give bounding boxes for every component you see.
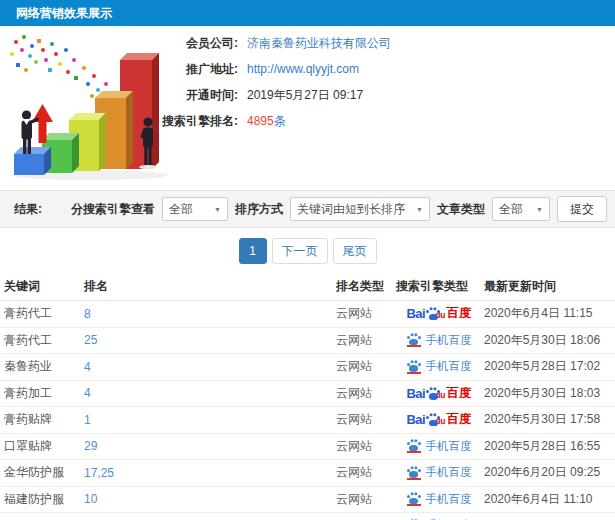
last-page-button[interactable]: 尾页 [333,238,377,264]
rank-type-cell: 云网站 [336,411,394,428]
sort-select[interactable]: 关键词由短到长排序 ▼ [290,197,430,221]
rank-type-cell: 云网站 [336,385,394,402]
article-type-select[interactable]: 全部 ▼ [492,197,550,221]
mobile-baidu-label: 手机百度 [426,333,472,348]
table-row: 秦鲁药业 4 云网站 Baidu百度 手机百度 2020年5月28日 17:02 [0,354,615,381]
mobile-baidu-paw-icon [407,492,421,506]
sort-label: 排序方式 [235,201,283,218]
company-name-link[interactable]: 济南秦鲁药业科技有限公司 [247,35,391,52]
engine-filter-select[interactable]: 全部 ▼ [162,197,228,221]
info-row-opened: 开通时间: 2019年5月27日 09:17 [152,82,612,108]
keyword-cell: 福建防护服 [0,491,84,508]
info-row-url: 推广地址: http://www.qlyyjt.com [152,56,612,82]
engine-rank-label: 搜索引擎排名: [152,113,238,130]
mobile-baidu-badge: 手机百度 [407,465,472,480]
rank-cell[interactable]: 10 [84,492,336,506]
rank-cell[interactable]: 25 [84,333,336,347]
rank-type-cell: 云网站 [336,358,394,375]
mobile-baidu-badge: 手机百度 [407,439,472,454]
table-row: 膏药代工 8 云网站 Baidu百度 手机百度 2020年6月4日 11:15 [0,301,615,328]
updated-cell: 2020年6月20日 09:25 [484,464,615,481]
engine-cell: Baidu百度 手机百度 [394,413,484,426]
baidu-cn-text: 百度 [447,307,472,320]
rank-cell[interactable]: 4 [84,386,336,400]
rank-type-cell: 云网站 [336,438,394,455]
baidu-logo-text: Bai [406,307,425,320]
article-type-value: 全部 [499,201,523,218]
mobile-baidu-paw-icon [407,466,421,480]
updated-cell: 2020年5月30日 18:06 [484,332,615,349]
open-time-label: 开通时间: [152,87,238,104]
company-label: 会员公司: [152,35,238,52]
info-row-company: 会员公司: 济南秦鲁药业科技有限公司 [152,30,612,56]
chevron-down-icon: ▼ [207,206,221,213]
baidu-cn-text: 百度 [447,387,472,400]
rank-cell[interactable]: 1 [84,413,336,427]
keyword-cell: 膏药加工 [0,385,84,402]
rank-cell[interactable]: 29 [84,439,336,453]
baidu-cn-text: 百度 [447,413,472,426]
mobile-baidu-paw-icon [407,439,421,453]
engine-view-label: 分搜索引擎查看 [71,201,155,218]
header-rank: 排名 [84,278,336,295]
updated-cell: 2020年6月4日 11:10 [484,491,615,508]
rank-cell[interactable]: 4 [84,360,336,374]
engine-cell: Baidu百度 手机百度 [394,465,484,480]
header-updated-time: 最新更新时间 [484,278,615,295]
growth-chart-illustration [2,32,170,182]
mobile-baidu-badge: 手机百度 [407,359,472,374]
mobile-baidu-paw-icon [407,360,421,374]
submit-button[interactable]: 提交 [557,196,607,222]
info-row-rank-count: 搜索引擎排名: 4895 条 [152,108,612,134]
open-time-value: 2019年5月27日 09:17 [247,87,363,104]
engine-rank-unit: 条 [274,113,286,130]
rank-cell[interactable]: 8 [84,307,336,321]
table-row: Baidu百度 手机百度 [0,513,615,520]
header-engine-type: 搜索引擎类型 [394,278,484,295]
mobile-baidu-badge: 手机百度 [407,492,472,507]
baidu-paw-icon [426,413,440,426]
updated-cell: 2020年5月28日 17:02 [484,358,615,375]
mobile-baidu-label: 手机百度 [426,465,472,480]
engine-filter-value: 全部 [169,201,193,218]
keyword-cell: 金华防护服 [0,464,84,481]
engine-cell: Baidu百度 手机百度 [394,359,484,374]
updated-cell: 2020年5月28日 16:55 [484,438,615,455]
baidu-logo: Baidu百度 [406,413,471,426]
article-type-label: 文章类型 [437,201,485,218]
baidu-logo-text: Bai [406,387,425,400]
mobile-baidu-label: 手机百度 [426,492,472,507]
confetti-dots [10,35,114,102]
rank-type-cell: 云网站 [336,464,394,481]
engine-rank-count: 4895 [247,114,274,128]
table-row: 福建防护服 10 云网站 Baidu百度 手机百度 2020年6月4日 11:1… [0,487,615,514]
keyword-cell: 膏药代工 [0,305,84,322]
table-header-row: 关键词 排名 排名类型 搜索引擎类型 最新更新时间 [0,272,615,301]
results-label: 结果: [14,201,42,218]
baidu-logo-text: Bai [406,413,425,426]
header-rank-type: 排名类型 [336,278,394,295]
engine-cell: Baidu百度 手机百度 [394,307,484,320]
table-body: 膏药代工 8 云网站 Baidu百度 手机百度 2020年6月4日 11:15 … [0,301,615,520]
filter-bar: 结果: 分搜索引擎查看 全部 ▼ 排序方式 关键词由短到长排序 ▼ 文章类型 全… [0,190,615,228]
engine-cell: Baidu百度 手机百度 [394,492,484,507]
rank-cell[interactable]: 17,25 [84,466,336,480]
page-1-button[interactable]: 1 [239,238,267,264]
baidu-logo: Baidu百度 [406,387,471,400]
updated-cell: 2020年5月30日 18:03 [484,385,615,402]
promo-url-link[interactable]: http://www.qlyyjt.com [247,62,359,76]
pagination: 1 下一页 尾页 [0,238,615,264]
table-row: 金华防护服 17,25 云网站 Baidu百度 手机百度 2020年6月20日 … [0,460,615,487]
engine-cell: Baidu百度 手机百度 [394,439,484,454]
keyword-cell: 膏药贴牌 [0,411,84,428]
mobile-baidu-paw-icon [407,333,421,347]
next-page-button[interactable]: 下一页 [272,238,328,264]
chevron-down-icon: ▼ [409,206,423,213]
updated-cell: 2020年6月4日 11:15 [484,305,615,322]
baidu-paw-icon [426,387,440,400]
title-bar: 网络营销效果展示 [0,0,615,26]
table-row: 膏药代工 25 云网站 Baidu百度 手机百度 2020年5月30日 18:0… [0,328,615,355]
keyword-cell: 口罩贴牌 [0,438,84,455]
mobile-baidu-badge: 手机百度 [407,333,472,348]
baidu-logo: Baidu百度 [406,307,471,320]
